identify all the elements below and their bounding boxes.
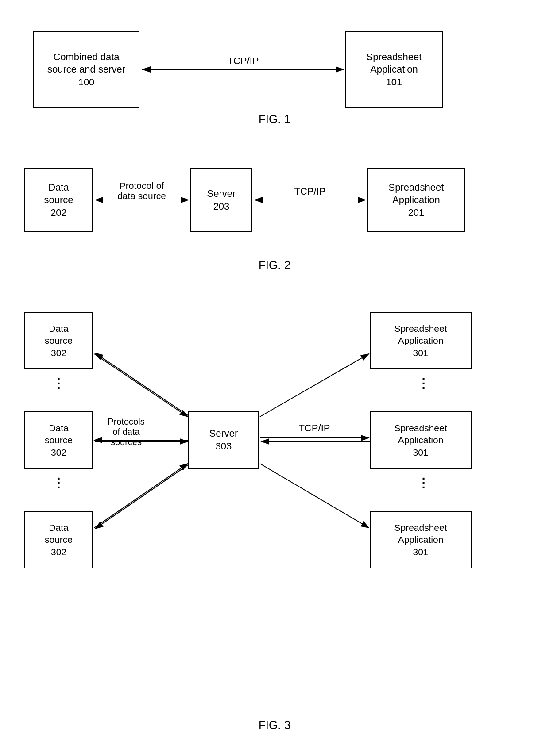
svg-line-24 [260,464,369,528]
svg-line-15 [95,353,189,416]
fig3-section: Datasource302 ⋮ Datasource302 ⋮ Datasour… [0,288,549,739]
svg-text:of data: of data [112,427,140,437]
svg-line-19 [95,464,189,529]
svg-text:TCP/IP: TCP/IP [294,186,326,197]
svg-text:sources: sources [111,437,142,447]
page: Combined datasource and server100 Spread… [0,0,549,756]
fig1-section: Combined datasource and server100 Spread… [0,13,549,128]
fig2-arrows: Protocol of data source TCP/IP [0,146,549,274]
svg-line-21 [260,354,369,417]
fig3-arrows: Protocols of data sources TCP/IP [0,288,549,739]
fig2-section: Datasource202 Server203 SpreadsheetAppli… [0,146,549,274]
svg-text:TCP/IP: TCP/IP [299,422,330,434]
svg-text:Protocols: Protocols [108,417,144,426]
svg-text:TCP/IP: TCP/IP [228,55,259,66]
svg-text:data source: data source [117,191,166,201]
fig3-label: FIG. 3 [0,718,549,732]
svg-line-20 [94,464,188,528]
fig2-label: FIG. 2 [0,258,549,272]
svg-line-16 [94,354,188,417]
svg-text:Protocol of: Protocol of [120,180,164,191]
fig1-arrows: TCP/IP [0,13,549,128]
fig1-label: FIG. 1 [0,112,549,126]
